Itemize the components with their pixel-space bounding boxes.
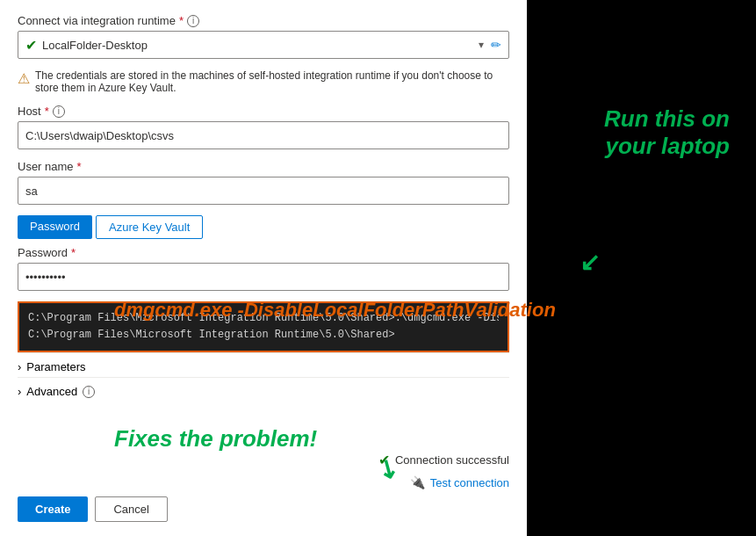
password-label-text: Password (18, 246, 68, 259)
parameters-label: Parameters (26, 360, 85, 373)
password-group: Password * (18, 246, 509, 291)
password-required: * (71, 246, 76, 259)
host-input[interactable] (18, 121, 509, 149)
password-label: Password * (18, 246, 509, 259)
username-label: User name * (18, 160, 509, 173)
host-label: Host * i (18, 105, 509, 118)
connection-success: ✔ Connection successful (18, 452, 509, 468)
username-required: * (77, 160, 82, 173)
password-input[interactable] (18, 263, 509, 291)
success-check-icon: ✔ (378, 452, 390, 468)
host-group: Host * i (18, 105, 509, 149)
password-tab-group: Password Azure Key Vault (18, 215, 509, 239)
required-marker: * (179, 14, 184, 27)
terminal-prompt-1: C:\Program Files\Microsoft Integration R… (28, 312, 499, 324)
runtime-label-text: Connect via integration runtime (18, 14, 176, 27)
test-connection-button[interactable]: 🔌 Test connection (18, 475, 509, 489)
warning-icon: ⚠ (18, 70, 30, 87)
cancel-button[interactable]: Cancel (95, 496, 167, 522)
create-button[interactable]: Create (18, 496, 88, 522)
host-label-text: Host (18, 105, 41, 118)
runtime-value: LocalFolder-Desktop (42, 39, 479, 52)
terminal-line-1: C:\Program Files\Microsoft Integration R… (28, 310, 499, 327)
action-buttons: Create Cancel (18, 496, 509, 522)
runtime-info-icon[interactable]: i (187, 15, 199, 27)
advanced-label: Advanced (26, 385, 77, 398)
advanced-section[interactable]: › Advanced i (18, 377, 509, 402)
green-check-icon: ✔ (25, 37, 37, 54)
footer-area: ✔ Connection successful 🔌 Test connectio… (0, 452, 527, 522)
edit-icon[interactable]: ✏ (491, 38, 501, 52)
azure-key-vault-tab[interactable]: Azure Key Vault (96, 215, 203, 239)
warning-text: The credentials are stored in the machin… (35, 69, 509, 94)
runtime-group: Connect via integration runtime * i ✔ Lo… (18, 14, 509, 59)
connection-success-text: Connection successful (395, 453, 509, 467)
advanced-chevron-icon: › (18, 385, 21, 398)
terminal-prompt-2: C:\Program Files\Microsoft Integration R… (28, 329, 395, 341)
parameters-section[interactable]: › Parameters (18, 352, 509, 377)
host-info-icon[interactable]: i (53, 105, 65, 118)
annotation-run-this: Run this onyour laptop (604, 105, 730, 160)
main-panel: Connect via integration runtime * i ✔ Lo… (0, 0, 527, 536)
advanced-info-icon[interactable]: i (83, 386, 95, 398)
terminal-line-2: C:\Program Files\Microsoft Integration R… (28, 327, 499, 344)
chevron-down-icon: ▾ (479, 39, 484, 51)
username-input[interactable] (18, 177, 509, 205)
runtime-dropdown[interactable]: ✔ LocalFolder-Desktop ▾ ✏ (18, 31, 509, 59)
terminal-block: C:\Program Files\Microsoft Integration R… (18, 301, 509, 352)
username-group: User name * (18, 160, 509, 205)
test-connection-label: Test connection (430, 476, 509, 489)
runtime-label: Connect via integration runtime * i (18, 14, 509, 27)
password-tab[interactable]: Password (18, 215, 92, 239)
username-label-text: User name (18, 160, 74, 173)
test-connection-icon: 🔌 (410, 475, 425, 489)
arrow-terminal-icon: ↙ (580, 248, 600, 277)
warning-box: ⚠ The credentials are stored in the mach… (18, 69, 509, 94)
host-required: * (45, 105, 49, 118)
parameters-chevron-icon: › (18, 360, 21, 373)
